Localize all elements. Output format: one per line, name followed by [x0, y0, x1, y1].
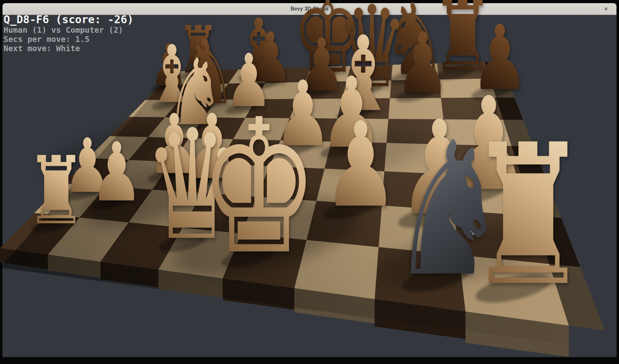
titlebar[interactable]: Bevy 3D-Chess ×	[3, 3, 616, 15]
app-window: Bevy 3D-Chess ×	[3, 3, 616, 357]
close-icon[interactable]: ×	[601, 3, 611, 15]
window-title: Bevy 3D-Chess	[290, 6, 328, 12]
